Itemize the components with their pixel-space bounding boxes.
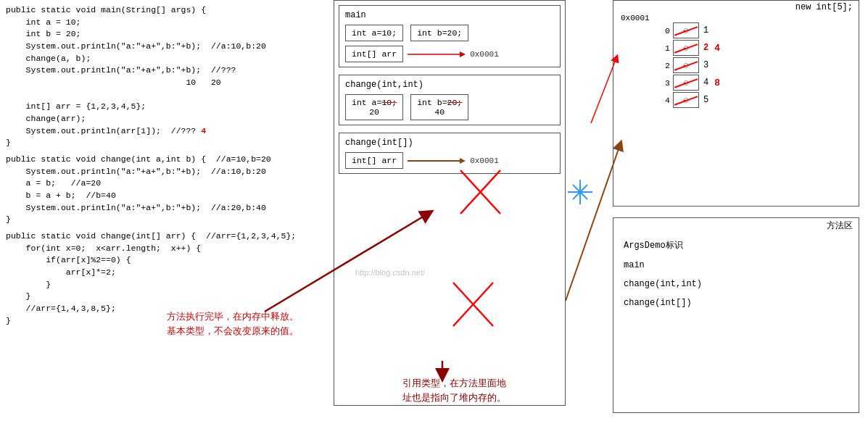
change-int-frame: change(int,int) int a=10;20 int b=20;40 <box>339 75 561 125</box>
heap-title: new int[5]; <box>613 1 859 14</box>
method-area-title: 方法区 <box>613 218 859 233</box>
svg-marker-3 <box>460 158 466 164</box>
main-frame-vars: int a=10; int b=20; <box>345 25 554 41</box>
stack-panel: main int a=10; int b=20; int[] arr 0x000… <box>334 0 566 406</box>
heap-highlight-4: 4 <box>714 43 720 54</box>
heap-panel: new int[5]; 0x0001 0 0 1 1 0 2 4 2 0 3 3… <box>613 0 859 207</box>
method-item-main: main <box>624 260 848 270</box>
watermark: http://blog.csdn.net/ <box>355 268 425 277</box>
change-arr-frame: change(int[]) int[] arr 0x0001 <box>339 133 561 174</box>
heap-val-3: 4 <box>703 78 708 88</box>
heap-cell-0: 0 <box>673 22 699 38</box>
heap-cell-2: 0 <box>673 57 699 73</box>
main-method-code: public static void main(String[] args) {… <box>6 4 328 149</box>
svg-line-8 <box>573 185 587 199</box>
change-arr-row: int[] arr 0x0001 <box>345 152 554 169</box>
heap-cell-4: 0 <box>673 92 699 108</box>
svg-line-15 <box>566 145 620 301</box>
change-int-var-b: int b=20;40 <box>410 94 468 120</box>
change-int-var-a: int a=10;20 <box>345 94 403 120</box>
main-frame-title: main <box>345 10 554 20</box>
code-panel: public static void main(String[] args) {… <box>0 0 334 421</box>
annotation-method-release: 方法执行完毕，在内存中释放。 <box>167 310 299 323</box>
heap-cell-3: 0 <box>673 75 699 91</box>
heap-highlight-8: 8 <box>714 78 720 88</box>
main-arr-ref: 0x0001 <box>470 50 499 59</box>
main-arr-arrow <box>408 49 466 60</box>
annotation-reference-type2: 址也是指向了堆内存的。 <box>402 391 506 404</box>
main-frame: main int a=10; int b=20; int[] arr 0x000… <box>339 5 561 67</box>
change-int-frame-vars: int a=10;20 int b=20;40 <box>345 94 554 120</box>
main-var-a: int a=10; <box>345 25 403 41</box>
svg-line-9 <box>573 185 587 199</box>
change-arr-frame-title: change(int[]) <box>345 138 554 148</box>
main-var-b: int b=20; <box>410 25 468 41</box>
change-int-method-code: public static void change(int a,int b) {… <box>6 154 328 226</box>
annotation-reference-type: 引用类型，在方法里面地 <box>402 377 506 390</box>
change-arr-label: int[] arr <box>345 152 403 169</box>
heap-array: 0 0 1 1 0 2 4 2 0 3 3 0 4 8 4 0 5 <box>657 22 720 109</box>
heap-cell-1: 0 <box>673 40 699 56</box>
change-int-frame-title: change(int,int) <box>345 80 554 90</box>
change-arr-arrow <box>408 155 466 167</box>
heap-val-1: 2 <box>703 43 708 53</box>
change-arr-ref: 0x0001 <box>470 157 499 165</box>
method-item-change-arr: change(int[]) <box>624 298 848 308</box>
heap-val-4: 5 <box>703 95 708 105</box>
method-area-items: ArgsDemo标识 main change(int,int) change(i… <box>613 233 859 314</box>
method-item-argsdemo: ArgsDemo标识 <box>624 239 848 251</box>
method-panel: 方法区 ArgsDemo标识 main change(int,int) chan… <box>613 217 859 413</box>
method-item-change-int: change(int,int) <box>624 279 848 289</box>
main-arr-label: int[] arr <box>345 46 403 62</box>
heap-val-0: 1 <box>703 25 708 36</box>
svg-marker-1 <box>460 51 466 57</box>
main-arr-row: int[] arr 0x0001 <box>345 46 554 62</box>
heap-address: 0x0001 <box>621 14 650 22</box>
heap-val-2: 3 <box>703 60 708 70</box>
annotation-primitive-type: 基本类型，不会改变原来的值。 <box>167 325 299 338</box>
